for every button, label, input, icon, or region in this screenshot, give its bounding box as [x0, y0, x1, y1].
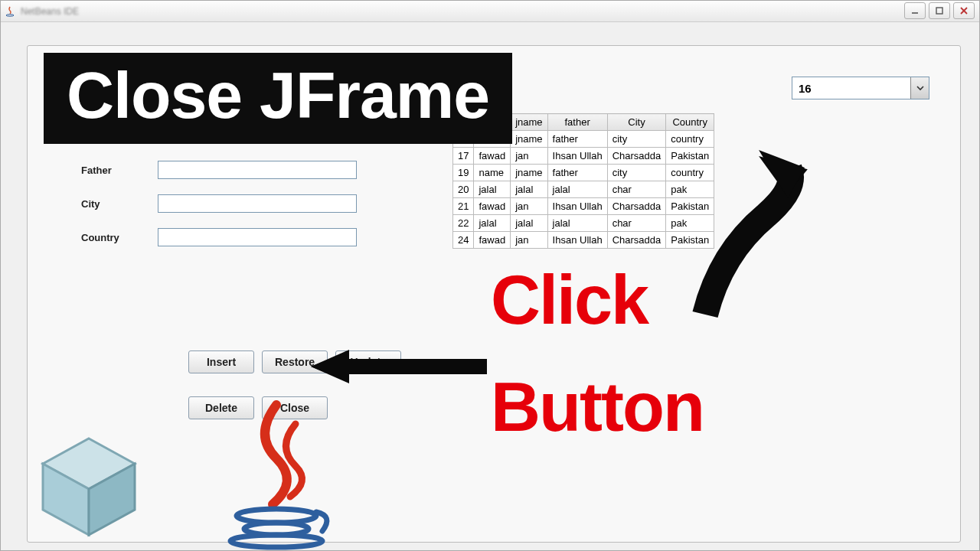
table-header[interactable]: Country	[666, 114, 714, 131]
table-cell: 20	[453, 181, 474, 198]
table-cell: Charsadda	[607, 198, 666, 215]
table-cell: jan	[511, 198, 547, 215]
form-area: Father City Country	[81, 161, 410, 262]
father-input[interactable]	[158, 161, 357, 179]
window-frame: NetBeans IDE 16 IDnamejnamefatherCityCou…	[0, 0, 980, 551]
svg-point-0	[6, 14, 14, 15]
city-label: City	[81, 198, 158, 210]
table-cell: jname	[511, 131, 547, 148]
table-cell: father	[547, 165, 607, 181]
arrow-curved-icon	[675, 139, 858, 322]
table-cell: char	[607, 215, 666, 232]
table-cell: city	[607, 165, 666, 181]
country-input[interactable]	[158, 228, 357, 246]
table-cell: name	[474, 165, 511, 181]
table-cell: Ihsan Ullah	[547, 232, 607, 249]
table-cell: Ihsan Ullah	[547, 198, 607, 215]
record-combo[interactable]: 16	[792, 77, 929, 99]
table-cell: 17	[453, 148, 474, 165]
table-cell: 19	[453, 165, 474, 181]
combo-value: 16	[792, 82, 910, 95]
svg-rect-5	[345, 359, 487, 374]
overlay-title: Close JFrame	[44, 53, 512, 144]
svg-point-14	[230, 535, 322, 547]
table-cell: father	[547, 131, 607, 148]
table-cell: jalal	[547, 215, 607, 232]
close-window-button[interactable]	[953, 2, 975, 19]
minimize-button[interactable]	[904, 2, 926, 19]
table-header[interactable]: City	[607, 114, 666, 131]
table-cell: jalal	[474, 181, 511, 198]
java-logo-icon	[200, 397, 353, 550]
country-label: Country	[81, 232, 158, 243]
table-cell: Ihsan Ullah	[547, 148, 607, 165]
table-header[interactable]: father	[547, 114, 607, 131]
table-cell: 24	[453, 232, 474, 249]
window-title: NetBeans IDE	[21, 6, 79, 17]
chevron-down-icon	[910, 77, 929, 99]
overlay-button-text: Button	[491, 368, 704, 447]
insert-button[interactable]: Insert	[188, 350, 254, 373]
arrow-left-icon	[307, 344, 491, 390]
java-icon	[4, 5, 16, 18]
table-cell: fawad	[474, 232, 511, 249]
table-cell: 21	[453, 198, 474, 215]
table-cell: 22	[453, 215, 474, 232]
overlay-click-text: Click	[491, 261, 648, 340]
table-cell: Charsadda	[607, 232, 666, 249]
maximize-button[interactable]	[929, 2, 950, 19]
table-cell: jname	[511, 165, 547, 181]
table-cell: jalal	[547, 181, 607, 198]
table-cell: jan	[511, 232, 547, 249]
table-header[interactable]: jname	[511, 114, 547, 131]
netbeans-cube-icon	[31, 429, 146, 544]
table-cell: jalal	[511, 215, 547, 232]
table-cell: fawad	[474, 198, 511, 215]
table-cell: jan	[511, 148, 547, 165]
father-label: Father	[81, 165, 158, 176]
table-cell: jalal	[474, 215, 511, 232]
table-cell: char	[607, 181, 666, 198]
table-cell: jalal	[511, 181, 547, 198]
svg-marker-6	[311, 350, 349, 383]
table-cell: Charsadda	[607, 148, 666, 165]
table-cell: city	[607, 131, 666, 148]
svg-rect-2	[936, 8, 942, 14]
city-input[interactable]	[158, 194, 357, 213]
titlebar: NetBeans IDE	[1, 1, 979, 22]
table-cell: fawad	[474, 148, 511, 165]
